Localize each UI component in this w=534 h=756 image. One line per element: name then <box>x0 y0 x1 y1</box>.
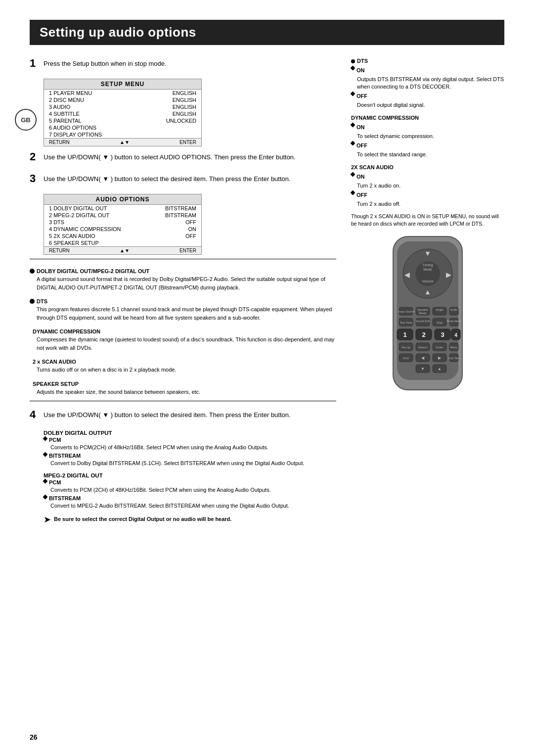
main-content: 1 Press the Setup button when in stop mo… <box>30 57 504 525</box>
diamond-icon <box>351 190 356 195</box>
setup-menu-row: 2 DISC MENUENGLISH <box>44 96 201 103</box>
step-2: 2 Use the UP/DOWN( ▼ ) button to select … <box>30 150 336 163</box>
audio-options-footer: RETURN ▲▼ ENTER <box>44 246 201 254</box>
right-descriptions: DTS ON Outputs DTS BITSTREAM via only di… <box>351 57 504 208</box>
step-4-number: 4 <box>30 408 40 421</box>
left-descriptions: DOLBY DIGITAL OUT/MPEG-2 DIGITAL OUTA di… <box>30 266 336 396</box>
step4-sub-desc: Converts to PCM(2CH) of 48kHz/16Bit. Sel… <box>50 444 336 452</box>
step4-blocks: DOLBY DIGITAL OUTPUT PCM Converts to PCM… <box>30 430 336 510</box>
svg-text:Sound Edit: Sound Edit <box>415 320 430 323</box>
svg-text:▼: ▼ <box>421 367 425 371</box>
setup-menu-title: SETUP MENU <box>44 79 201 90</box>
diamond-icon <box>43 452 48 457</box>
svg-text:▼: ▼ <box>424 249 431 257</box>
svg-text:Mode: Mode <box>423 268 432 271</box>
sub-item: OFF <box>351 92 504 100</box>
desc-block-dolby: DOLBY DIGITAL OUT/MPEG-2 DIGITAL OUTA di… <box>30 266 336 291</box>
desc-label: DTS <box>37 298 47 304</box>
svg-text:Audio: Audio <box>450 308 458 311</box>
right-column: DTS ON Outputs DTS BITSTREAM via only di… <box>346 57 504 525</box>
setup-menu-rows: 1 PLAYER MENUENGLISH2 DISC MENUENGLISH3 … <box>44 90 201 138</box>
sub-item-desc: Doesn't output digital signal. <box>357 101 504 109</box>
step4-sub-item: BITSTREAM <box>44 453 336 459</box>
divider-2 <box>30 401 336 401</box>
step4-sub-desc: Convert to MPEG-2 Audio BITSTREAM. Selec… <box>50 502 336 510</box>
sub-item: OFF <box>351 142 504 150</box>
audio-enter-label: ENTER <box>179 248 196 253</box>
svg-text:Sub Title: Sub Title <box>448 357 460 360</box>
scan-note-text: Though 2 x SCAN AUDIO is ON in SETUP MEN… <box>351 213 504 228</box>
desc-block-speaker: SPEAKER SETUPAdjusts the speaker size, t… <box>30 379 336 396</box>
step4-block-mpeg2_output: MPEG-2 DIGITAL OUT PCM Converts to PCM (… <box>44 472 336 510</box>
setup-menu-footer: RETURN ▲▼ ENTER <box>44 138 201 146</box>
page: Setting up audio options GB 1 Press the … <box>0 0 534 756</box>
setup-menu-row: 4 SUBTITLEENGLISH <box>44 110 201 117</box>
step4-sub-desc: Converts to PCM (2CH) of 48KHz/16Bit. Se… <box>50 486 336 494</box>
svg-text:Stop: Stop <box>437 321 443 324</box>
divider-1 <box>30 259 336 259</box>
remote-image: ▼ ▲ ◀ ▶ Tuning Mode Volume <box>351 234 504 392</box>
setup-menu-row: 6 AUDIO OPTIONS <box>44 124 201 131</box>
svg-text:Volume: Volume <box>422 280 433 283</box>
sub-item-key: OFF <box>356 191 367 199</box>
step4-sub-key: PCM <box>49 437 61 443</box>
setup-menu-row: 7 DISPLAY OPTIONS <box>44 131 201 138</box>
step-3: 3 Use the UP/DOWN( ▼ ) button to select … <box>30 172 336 185</box>
audio-options-row: 5 2X SCAN AUDIOOFF <box>44 233 201 239</box>
audio-options-rows: 1 DOLBY DIGITAL OUTBITSTREAM2 MPEG-2 DIG… <box>44 205 201 246</box>
audio-options-row: 4 DYNAMIC COMPRESSIONON <box>44 226 201 233</box>
svg-text:Menu: Menu <box>450 346 457 349</box>
desc-label: DOLBY DIGITAL OUT/MPEG-2 DIGITAL OUT <box>37 268 149 274</box>
audio-nav-icon: ▲▼ <box>120 248 130 253</box>
sub-item: OFF <box>351 191 504 199</box>
page-title: Setting up audio options <box>30 20 504 45</box>
step4-sub-item: PCM <box>44 437 336 443</box>
svg-text:2: 2 <box>422 331 425 338</box>
right-block-scan_right: 2X SCAN AUDIO ON Turn 2 x audio on. OFF … <box>351 163 504 208</box>
svg-text:Angle: Angle <box>436 308 444 311</box>
step-1-number: 1 <box>30 57 40 70</box>
note-arrow-icon: ➤ <box>44 514 51 525</box>
sub-item-key: ON <box>356 173 365 181</box>
sub-item-desc: To select dynamic compression. <box>357 133 504 140</box>
desc-label: 2 x SCAN AUDIO <box>30 359 76 365</box>
desc-label: DYNAMIC COMPRESSION <box>30 329 100 334</box>
step4-sub-key: BITSTREAM <box>49 495 81 501</box>
svg-text:Enter: Enter <box>436 346 443 349</box>
desc-body: Turns audio off or on when a disc is in … <box>37 366 336 374</box>
svg-text:Tuning: Tuning <box>422 263 433 267</box>
r-bullet-icon <box>351 59 355 63</box>
svg-text:▶: ▶ <box>438 356 442 360</box>
setup-return-label: RETURN <box>49 140 70 145</box>
desc-body: Adjusts the speaker size, the sound bala… <box>37 388 336 396</box>
step4-sub-key: BITSTREAM <box>49 453 81 459</box>
right-col-content: DTS ON Outputs DTS BITSTREAM via only di… <box>351 57 504 392</box>
right-block-dynamic_right: DYNAMIC COMPRESSION ON To select dynamic… <box>351 114 504 158</box>
setup-nav-icon: ▲▼ <box>120 140 130 145</box>
sub-item: ON <box>351 123 504 132</box>
step4-sub-item: BITSTREAM <box>44 495 336 501</box>
setup-enter-label: ENTER <box>179 140 196 145</box>
svg-text:◀: ◀ <box>421 356 425 360</box>
step4-block-label: MPEG-2 DIGITAL OUT <box>44 472 336 478</box>
desc-label: SPEAKER SETUP <box>30 381 79 387</box>
remote-svg: ▼ ▲ ◀ ▶ Tuning Mode Volume <box>378 234 477 392</box>
sub-item-desc: Turn 2 x audio off. <box>357 200 504 208</box>
svg-text:4: 4 <box>454 332 457 338</box>
desc-body: This program features discrete 5.1 chann… <box>37 305 336 322</box>
step4-sub-item: PCM <box>44 479 336 485</box>
desc-body: Compresses the dynamic range (quietest t… <box>37 335 336 352</box>
diamond-icon <box>43 478 48 483</box>
sub-item-key: OFF <box>356 142 367 150</box>
step-1: 1 Press the Setup button when in stop mo… <box>30 57 336 70</box>
gb-badge: GB <box>15 109 37 131</box>
step-4: 4 Use the UP/DOWN( ▼ ) button to select … <box>30 408 336 421</box>
diamond-icon <box>43 436 48 441</box>
sub-item-key: ON <box>356 66 365 75</box>
desc-block-scan: 2 x SCAN AUDIOTurns audio off or on when… <box>30 357 336 374</box>
final-note-box: ➤ Be sure to select the correct Digital … <box>44 515 336 525</box>
step4-block-label: DOLBY DIGITAL OUTPUT <box>44 430 336 436</box>
diamond-icon <box>351 141 356 145</box>
setup-menu-table: SETUP MENU 1 PLAYER MENUENGLISH2 DISC ME… <box>44 79 202 146</box>
svg-text:AUX: AUX <box>403 357 409 360</box>
